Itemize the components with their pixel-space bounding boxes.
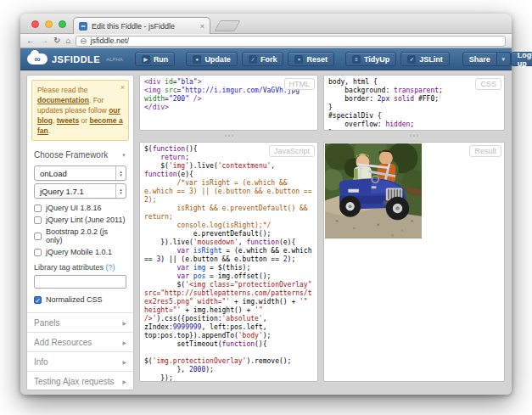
reset-button[interactable]: × Reset: [288, 52, 334, 66]
jsfiddle-favicon-icon: ∞: [79, 22, 87, 31]
url-text: jsfiddle.net/: [90, 36, 129, 45]
tidyup-button[interactable]: ≡ TidyUp: [345, 52, 396, 66]
window-controls: [31, 20, 66, 28]
checkbox-label: jQuery UI 1.8.16: [46, 204, 102, 212]
css-panel-badge: CSS: [475, 78, 501, 90]
jsfiddle-logo[interactable]: JSFIDDLE ALPHA: [27, 53, 123, 64]
chevron-right-icon: ▶: [122, 379, 126, 384]
checkbox-icon[interactable]: [34, 205, 42, 212]
notice-box: ×Please read the documentation. For upda…: [31, 80, 129, 141]
choose-framework-header[interactable]: Choose Framework ▼: [27, 145, 133, 163]
sidebar-item-panels[interactable]: Panels ▶: [27, 313, 133, 333]
login-signup-button[interactable]: Login/Sign up: [511, 52, 532, 66]
globe-icon: [81, 38, 87, 44]
browser-window: ∞ Edit this Fiddle - jsFiddle × ← → ↻ ⌂ …: [20, 14, 512, 395]
jsfiddle-header: JSFIDDLE ALPHA ▶ Run ● Update ∕ Fork ×: [20, 48, 512, 70]
select-stepper-icon: ▴▾: [115, 166, 126, 180]
tweets-link[interactable]: tweets: [57, 116, 79, 125]
fork-button[interactable]: ∕ Fork: [242, 52, 284, 66]
choose-framework-label: Choose Framework: [34, 150, 108, 160]
result-image[interactable]: [325, 143, 422, 238]
onload-select-value: onLoad: [35, 169, 115, 178]
minimize-window-button[interactable]: [45, 20, 53, 28]
checkbox-label: jQuery Mobile 1.0.1: [46, 248, 112, 256]
css-editor-panel[interactable]: CSS body, html { background: transparent…: [323, 75, 505, 131]
close-window-button[interactable]: [31, 20, 39, 28]
run-label: Run: [154, 55, 169, 64]
js-code[interactable]: $(function(){ return; $('img').live('con…: [140, 143, 317, 382]
row-resize-grip[interactable]: [222, 134, 236, 137]
dot-icon: ●: [193, 55, 201, 64]
sidebar-item-add-resources[interactable]: Add Resources ▶: [27, 333, 133, 352]
zoom-window-button[interactable]: [59, 20, 66, 28]
documentation-link[interactable]: documentation: [37, 96, 89, 104]
forward-icon[interactable]: →: [40, 36, 48, 45]
logo-alpha-badge: ALPHA: [106, 57, 123, 62]
collapse-chevron-icon: ▼: [121, 153, 126, 158]
browser-tab[interactable]: ∞ Edit this Fiddle - jsFiddle ×: [73, 17, 210, 34]
chevron-right-icon: ▶: [122, 359, 126, 365]
pencil-icon: ∕: [249, 55, 257, 64]
back-icon[interactable]: ←: [26, 36, 35, 45]
framework-select-value: jQuery 1.7.1: [35, 187, 115, 196]
result-panel-badge: Result: [469, 145, 501, 157]
help-link[interactable]: (?): [106, 263, 115, 272]
section-label: Add Resources: [34, 338, 92, 347]
share-button[interactable]: Share: [462, 52, 497, 66]
js-panel-badge: JavaScript: [269, 145, 315, 157]
checkbox-jquery-ui[interactable]: jQuery UI 1.8.16: [27, 202, 133, 214]
js-editor-panel[interactable]: JavaScript $(function(){ return; $('img'…: [139, 142, 318, 382]
reset-label: Reset: [306, 55, 328, 64]
select-stepper-icon: ▴▾: [115, 184, 126, 198]
check-icon: ✓: [407, 55, 416, 64]
onload-select[interactable]: onLoad ▴▾: [34, 165, 126, 181]
reload-icon[interactable]: ↻: [53, 36, 60, 45]
checkbox-icon[interactable]: [34, 216, 42, 224]
sidebar: ×Please read the documentation. For upda…: [26, 75, 134, 390]
logo-text: JSFIDDLE: [52, 54, 100, 64]
checkbox-jquery-mobile[interactable]: jQuery Mobile 1.0.1: [27, 246, 133, 258]
tab-close-icon[interactable]: ×: [200, 22, 204, 31]
play-icon: ▶: [142, 55, 150, 64]
cloud-logo-icon: [27, 53, 48, 64]
run-button[interactable]: ▶ Run: [135, 52, 176, 66]
normalized-css-checkbox[interactable]: ✓ Normalized CSS: [27, 290, 133, 306]
update-button[interactable]: ● Update: [186, 52, 238, 66]
new-tab-button[interactable]: [215, 20, 241, 31]
checked-checkbox-icon[interactable]: ✓: [34, 296, 42, 304]
notice-text: Please read the: [37, 86, 88, 94]
chevron-right-icon: ▶: [122, 339, 126, 345]
section-label: Info: [34, 357, 48, 367]
library-tag-attributes-label: Library tag attributes (?): [27, 258, 133, 273]
sidebar-item-testing-ajax[interactable]: Testing Ajax requests ▶: [27, 372, 133, 390]
row-resize-grip[interactable]: [407, 134, 421, 137]
screenshot: ∞ Edit this Fiddle - jsFiddle × ← → ↻ ⌂ …: [0, 0, 532, 415]
workspace: ×Please read the documentation. For upda…: [20, 70, 512, 395]
checkbox-label: jQuery Lint (June 2011): [46, 216, 125, 224]
update-label: Update: [204, 55, 231, 64]
checkbox-icon[interactable]: [34, 233, 42, 240]
checkbox-bootstrap[interactable]: Bootstrap 2.0.2 (js only): [27, 226, 133, 246]
home-icon[interactable]: ⌂: [65, 36, 70, 45]
checkbox-label: Bootstrap 2.0.2 (js only): [46, 227, 126, 244]
jslint-label: JSLint: [419, 55, 443, 64]
tab-title: Edit this Fiddle - jsFiddle: [92, 22, 196, 31]
library-tag-attributes-input[interactable]: [34, 275, 126, 289]
html-panel-badge: HTML: [284, 78, 316, 90]
html-editor-panel[interactable]: HTML <div id="bla"> <img src="http://i.i…: [139, 75, 318, 131]
sidebar-item-info[interactable]: Info ▶: [27, 352, 133, 372]
section-label: Panels: [34, 318, 60, 328]
share-dropdown-caret-icon[interactable]: ▾: [497, 52, 511, 66]
result-panel: Result: [323, 142, 505, 382]
share-label: Share: [469, 55, 490, 64]
browser-toolbar: ← → ↻ ⌂ jsfiddle.net/: [20, 34, 512, 48]
checkbox-jquery-lint[interactable]: jQuery Lint (June 2011): [27, 214, 133, 226]
jslint-button[interactable]: ✓ JSLint: [400, 52, 450, 66]
framework-version-select[interactable]: jQuery 1.7.1 ▴▾: [34, 183, 126, 199]
titlebar: ∞ Edit this Fiddle - jsFiddle ×: [20, 14, 512, 34]
checkbox-icon[interactable]: [34, 249, 42, 256]
fork-label: Fork: [260, 55, 277, 64]
url-bar[interactable]: jsfiddle.net/: [76, 36, 506, 47]
chevron-right-icon: ▶: [122, 320, 126, 326]
notice-close-icon[interactable]: ×: [120, 82, 125, 93]
